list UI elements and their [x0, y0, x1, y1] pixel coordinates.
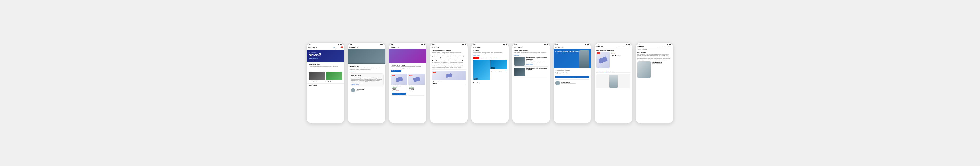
wifi-8 — [628, 44, 628, 45]
cta-btn-7[interactable]: Получить консультацию — [555, 76, 589, 78]
faq-product-badge: -70% — [433, 71, 436, 73]
gym-label: Тренажерный зал — [309, 80, 325, 82]
nav-link-home-9[interactable]: Главная — [657, 46, 660, 48]
gallery-item-2[interactable]: 15 фото — [490, 60, 507, 69]
tab-management[interactable]: Управление — [597, 70, 605, 72]
breadcrumb-home[interactable]: Главная — [637, 49, 641, 50]
page-title-9: Сотрудники — [638, 52, 671, 53]
product-img-1: -70% — [391, 74, 407, 85]
youtube-section: ▶ YouTube Подписывайтесь на наш канал Yo… — [473, 57, 507, 59]
services-list: Тренажерный зал Кардио диеты — [309, 72, 342, 82]
hero-3 — [389, 49, 426, 63]
staff-person-9: Андрей Алексеев Ведущий фитнес-тренер — [638, 61, 671, 78]
product-art-2: Арт. 27168 — [409, 88, 423, 89]
tab-consultant[interactable]: Продавец-консультант — [605, 70, 618, 72]
product-badge-8: -70% — [597, 53, 600, 54]
gallery-img-1 — [473, 60, 490, 80]
product-name-1: Коврик для йоги — [392, 85, 406, 86]
catalog-btn[interactable]: Перейти в каталог — [391, 70, 401, 72]
signal-5 — [503, 44, 504, 45]
battery-1 — [341, 44, 342, 45]
service-diet[interactable]: Кардио диеты — [326, 72, 342, 82]
gallery-item-1[interactable]: 13 фото — [473, 60, 490, 80]
nav-bar-5: INTERIART — [471, 46, 509, 49]
status-bar-2: 9:41 — [348, 43, 385, 46]
trainer-text: Светлана Алеева Тренер — [356, 89, 364, 91]
product-name-2: Коврик — [409, 85, 423, 86]
tab-content-8 — [597, 73, 630, 89]
staff-img-9 — [638, 61, 651, 78]
trainer-info: Светлана Алеева Тренер — [350, 87, 383, 93]
logo-6: INTERIART — [514, 46, 523, 48]
gallery-count-2: 15 фото — [491, 67, 495, 69]
products-list: -70% Коврик для йоги В наличии 7 Арт. 27… — [391, 73, 425, 96]
product-1[interactable]: -70% Коврик для йоги В наличии 7 Арт. 27… — [391, 73, 407, 96]
mat-shape-2 — [413, 77, 420, 82]
time-8: 9:41 — [597, 44, 599, 45]
battery-6 — [547, 44, 548, 45]
battery-7 — [588, 44, 589, 45]
battery-8 — [629, 44, 630, 45]
nav-link-catalog-8[interactable]: Каталог — [627, 46, 630, 48]
page-link-2[interactable]: Все услуги → — [350, 71, 355, 72]
nav-link-about-8[interactable]: О компании — [620, 46, 626, 48]
product-info-2: Коврик В наличии 7 Арт. 27168 1 320 ₽ — [409, 85, 425, 91]
content-7: Сделайте первый шаг навстречу здоровью! … — [554, 49, 591, 123]
news-text-2: Исследование: 75 минут бега в неделю зам… — [526, 68, 548, 76]
person-avatar-7 — [555, 81, 560, 85]
page-text-3: Вы можете выбрать из популярных услуг на… — [391, 66, 425, 69]
faq-product[interactable]: -70% Коврик для йоги 1 320 ₽ — [432, 70, 466, 85]
faq-product-info: Коврик для йоги 1 320 ₽ — [432, 80, 466, 85]
wifi-1 — [340, 44, 341, 45]
product-price-2: 1 320 ₽ — [409, 89, 423, 90]
nav-bar-7: INTERIART — [554, 46, 591, 49]
heart-icon-1[interactable]: ♡ — [336, 46, 339, 49]
logo-1: INTERIART — [308, 47, 317, 48]
logo-3: INTERIART — [391, 46, 399, 48]
person-info-7: Андрей Алексеев Ведущий фитнес-тренер на… — [555, 80, 589, 85]
nav-bar-6: INTERIART — [512, 46, 550, 49]
page-content-6: Последние новости Будьте в курсе всего! … — [512, 49, 550, 78]
add-cart-btn-1[interactable]: В корзину — [392, 93, 406, 95]
youtube-icon: ▶ YouTube — [473, 57, 479, 59]
section1-text: У нас Вы найдете тренажеры, спортивную о… — [309, 66, 342, 67]
page-text-4: Вы можете выбрать из популярных услуг на… — [432, 52, 466, 54]
services-section: Тренажерный зал Кардио диеты — [307, 69, 344, 84]
mat-shape-faq — [446, 73, 452, 78]
time-1: 9:41 — [309, 44, 311, 45]
phone-1: 9:41 INTERIART 🔍 ♡ 🛒 1 НЕ ХОЛОДНО ЗИМОЙ … — [306, 42, 345, 124]
signal-4 — [462, 44, 463, 45]
nav-link-home-8[interactable]: Главная — [616, 46, 619, 48]
news-item-2[interactable]: Исследование: 75 минут бега в неделю зам… — [514, 68, 548, 77]
hero-person-7 — [579, 50, 589, 68]
page-text-5: Вы можете выбрать из популярных услуг на… — [473, 52, 507, 54]
phone-2: 9:41 INTERIART Наши услуги Вы можете выб… — [348, 42, 386, 124]
youtube-link[interactable]: Youtube — [494, 57, 498, 59]
faq-q2: Я хотел бы получить товар в день заказа,… — [432, 60, 466, 61]
check-3: ✓ Убрать боль и боль в спине — [555, 73, 589, 75]
faq-product-img: -70% — [432, 71, 466, 80]
page-content-5: Галерея Вы можете выбрать из популярных … — [471, 49, 509, 85]
wifi-9 — [669, 44, 670, 45]
page-link-6[interactable]: Все новости → — [514, 55, 548, 56]
search-icon-1[interactable]: 🔍 — [333, 46, 335, 49]
nav-link-about-9[interactable]: О компании — [662, 46, 667, 48]
gym-img — [309, 72, 325, 80]
content-8: Коврик пенный Outventure -70% В наличии … — [595, 48, 632, 123]
staff-info-9: Андрей Алексеев Ведущий фитнес-тренер — [652, 61, 671, 78]
page-link-5[interactable]: Больше фото → — [473, 55, 507, 56]
product-info-1: Коврик для йоги В наличии 7 Арт. 27168 1… — [391, 85, 407, 92]
product-2[interactable]: -70% Коврик В наличии 7 Арт. 27168 1 320… — [408, 73, 425, 96]
nav-link-catalog-9[interactable]: Каталог — [668, 46, 672, 48]
phone-8: 9:41 INTERIART Главная О компании Катало… — [594, 42, 632, 124]
news-item-1[interactable]: Исследование: 75 минут бега в неделю зам… — [514, 57, 548, 67]
check-mark-1: ✓ — [555, 70, 556, 71]
news-date-1: 15 января 2021 — [526, 60, 548, 61]
trainer-avatar — [351, 88, 355, 93]
gallery-count-1: 13 фото — [474, 78, 477, 80]
news-title-2: Исследование: 75 минут бега в неделю зам… — [526, 68, 548, 70]
battery-4 — [465, 44, 466, 45]
service-gym[interactable]: Тренажерный зал — [309, 72, 325, 82]
club-card: Немного о клубе Мы начинали с 1 группы а… — [350, 73, 383, 86]
club-link[interactable]: Подробнее о клубе — [351, 84, 382, 85]
